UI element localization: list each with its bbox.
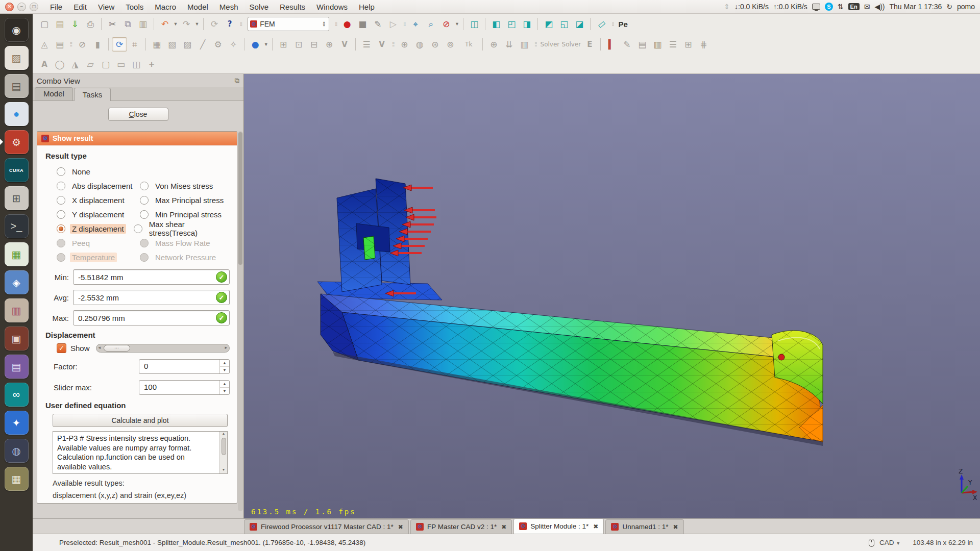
radio-max-shear-stress-tresca-[interactable]: [134, 224, 142, 233]
clock[interactable]: Thu Mar 1 17:36: [890, 3, 942, 11]
comb-icon[interactable]: ⋕: [696, 37, 711, 52]
indicator-arrows-icon[interactable]: ⇕: [724, 3, 730, 11]
sync-arrows-icon[interactable]: ⇅: [838, 3, 844, 11]
radio-z-displacement[interactable]: [57, 224, 65, 233]
show-checkbox[interactable]: ✓: [57, 343, 66, 353]
move-icon[interactable]: +: [144, 57, 159, 71]
cura-icon[interactable]: CURA: [5, 158, 29, 182]
mesh-region-icon[interactable]: ▧: [164, 37, 180, 52]
constraint-bearing-icon[interactable]: ◍: [412, 37, 427, 52]
draw-style-dropdown[interactable]: ▼: [454, 21, 460, 27]
refresh-icon[interactable]: ⟳: [207, 17, 222, 31]
radio-label[interactable]: Min Principal stress: [153, 210, 224, 219]
radio-von-mises-stress[interactable]: [140, 182, 149, 190]
radio-label[interactable]: Z displacement: [70, 224, 126, 234]
document-tab[interactable]: FP Master CAD v2 : 1*✖: [410, 519, 512, 534]
grid-icon[interactable]: ⊞: [680, 37, 696, 52]
menu-view[interactable]: View: [92, 2, 120, 12]
window-maximize-button[interactable]: □: [30, 3, 38, 11]
blue-dot-app-icon[interactable]: ●: [5, 102, 29, 126]
annotate-icon[interactable]: ✎: [619, 37, 634, 52]
rectangle-icon[interactable]: ▱: [83, 57, 98, 71]
window-close-button[interactable]: ✕: [5, 3, 14, 11]
constraint-force-icon[interactable]: ⊕: [322, 37, 337, 52]
measure-icon[interactable]: ▭: [591, 14, 612, 35]
skype-icon[interactable]: S: [825, 3, 833, 11]
displacement-slider[interactable]: ◂ ⋯ ▸: [96, 344, 230, 353]
radio-min-principal-stress[interactable]: [140, 210, 149, 219]
redo-dropdown[interactable]: ▼: [194, 21, 200, 27]
pomodoro-icon[interactable]: ↻: [946, 3, 952, 11]
right-view-icon[interactable]: ◨: [519, 17, 534, 31]
radio-x-displacement[interactable]: [57, 196, 65, 205]
radio-label[interactable]: Von Mises stress: [153, 181, 215, 191]
menu-mesh[interactable]: Mesh: [214, 2, 244, 12]
freecad-icon[interactable]: ⚙: [5, 130, 29, 154]
panel-scrollbar[interactable]: [238, 131, 243, 511]
macro-edit-icon[interactable]: ✎: [370, 17, 385, 31]
field-value-input[interactable]: 0.250796 mm✓: [73, 310, 230, 325]
document-tab[interactable]: Splitter Module : 1*✖: [513, 518, 604, 534]
vtk-filter-icon[interactable]: V: [374, 37, 389, 52]
scroll-thumb[interactable]: [222, 438, 226, 455]
workbench-spinner-icon[interactable]: ▲▼: [322, 21, 327, 28]
cut-icon[interactable]: ✂: [105, 17, 120, 31]
nav-style-selector[interactable]: CAD ▼: [879, 539, 900, 546]
results-refresh-icon[interactable]: ⟳: [112, 37, 127, 52]
cylinder-icon[interactable]: ▭: [113, 57, 129, 71]
radio-max-principal-stress[interactable]: [140, 196, 149, 205]
window-minimize-button[interactable]: −: [17, 3, 26, 11]
print-icon[interactable]: ⎙: [83, 17, 98, 31]
books-icon[interactable]: ▥: [650, 37, 665, 52]
thermometer-icon[interactable]: ▍: [604, 37, 619, 52]
menu-macro[interactable]: Macro: [149, 2, 182, 12]
top-view-icon[interactable]: ◰: [504, 17, 519, 31]
radio-label[interactable]: Abs displacement: [70, 181, 134, 191]
result-mesh2-icon[interactable]: ⊡: [291, 37, 306, 52]
radio-peeq[interactable]: [57, 239, 65, 247]
solver-calculix-icon[interactable]: Solver: [539, 37, 560, 52]
radio-none[interactable]: [57, 167, 65, 176]
factor-value[interactable]: 0: [139, 360, 219, 373]
slider-handle[interactable]: ⋯: [104, 345, 130, 352]
paint-app-icon[interactable]: ◈: [5, 270, 29, 294]
constraint-pressure-icon[interactable]: ⊕: [397, 37, 412, 52]
save-icon[interactable]: ⇓: [67, 17, 83, 31]
new-file-icon[interactable]: ▢: [37, 17, 52, 31]
radio-label[interactable]: None: [70, 167, 92, 177]
thermal-tk-icon[interactable]: Tk: [458, 37, 479, 52]
mesh-select-icon[interactable]: ⊕: [486, 37, 501, 52]
fem-folder-icon[interactable]: ▤: [52, 37, 67, 52]
front-view-icon[interactable]: ◧: [488, 17, 504, 31]
align-icon[interactable]: ☰: [665, 37, 680, 52]
trash-icon[interactable]: ▦: [5, 467, 29, 491]
image-viewer-icon[interactable]: ▨: [5, 46, 29, 70]
field-value-input[interactable]: -2.5532 mm✓: [73, 290, 230, 305]
tab-tasks[interactable]: Tasks: [74, 88, 111, 101]
menu-results[interactable]: Results: [274, 2, 311, 12]
solver-z88-icon[interactable]: Solver: [560, 37, 582, 52]
macro-record-icon[interactable]: ●: [339, 17, 355, 31]
vtk-post-icon[interactable]: V: [337, 37, 352, 52]
copy-icon[interactable]: ⧉: [120, 17, 135, 31]
radio-label[interactable]: X displacement: [70, 195, 127, 205]
menu-help[interactable]: Help: [353, 2, 380, 12]
mesh-from-shape-icon[interactable]: ▦: [149, 37, 164, 52]
mesh-gmsh-icon[interactable]: ⚙: [210, 37, 226, 52]
keyboard-layout-badge[interactable]: En: [848, 3, 860, 10]
equation-scrollbar[interactable]: ▲ ▼: [219, 432, 227, 473]
radio-label[interactable]: Peeq: [70, 238, 92, 248]
rear-view-icon[interactable]: ◩: [541, 17, 556, 31]
archive-manager-icon[interactable]: ▤: [5, 74, 29, 98]
fit-all-icon[interactable]: ⌖: [408, 17, 423, 31]
constraint-dropdown[interactable]: ▼: [263, 42, 269, 47]
radio-label[interactable]: Network Pressure: [153, 253, 218, 262]
radio-label[interactable]: Mass Flow Rate: [153, 238, 212, 248]
radio-label[interactable]: Temperature: [70, 253, 117, 262]
web-globe-icon[interactable]: ◍: [5, 439, 29, 463]
radio-label[interactable]: Max Principal stress: [153, 195, 226, 205]
tab-close-icon[interactable]: ✖: [673, 523, 678, 531]
menu-tools[interactable]: Tools: [120, 2, 149, 12]
result-mesh1-icon[interactable]: ⊞: [276, 37, 291, 52]
network-icon[interactable]: [812, 4, 820, 10]
